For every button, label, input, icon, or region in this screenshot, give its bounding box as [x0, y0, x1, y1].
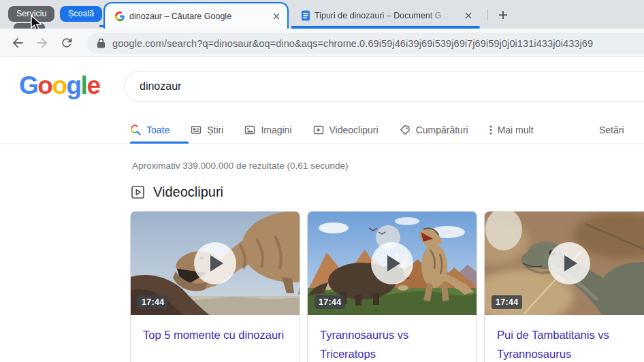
- video-card[interactable]: 17:44 Top 5 momente cu dinozauri: [130, 211, 300, 362]
- video-icon: [313, 125, 324, 135]
- nav-tab-label: Mai mult: [498, 125, 534, 135]
- images-icon: [244, 125, 255, 135]
- tab-title: dinozaur – Căutare Google: [129, 12, 266, 21]
- video-card[interactable]: 17:44 Pui de Tambatitanis vs Tyrannosaur…: [484, 211, 644, 362]
- video-thumbnail-trex-vs-triceratops[interactable]: 17:44: [308, 212, 477, 315]
- news-icon: [191, 125, 202, 135]
- search-icon: [130, 125, 141, 135]
- google-logo[interactable]: Google: [19, 71, 99, 100]
- nav-tab-label: Setări: [599, 125, 624, 135]
- shopping-tag-icon: [400, 125, 410, 135]
- browser-window: Serviciu Școală dinozaur – Căutare Googl…: [0, 0, 644, 362]
- forward-button[interactable]: [33, 33, 52, 52]
- video-title-link[interactable]: Top 5 momente cu dinozauri: [131, 315, 300, 344]
- active-tab-underline: [130, 142, 189, 144]
- video-duration: 17:44: [315, 295, 345, 309]
- more-dots-icon: [489, 125, 492, 135]
- logo-letter: o: [52, 71, 66, 99]
- logo-letter: e: [86, 71, 99, 99]
- video-thumbnail-carnotaurus[interactable]: 17:44: [131, 212, 300, 315]
- play-button[interactable]: [371, 242, 413, 284]
- video-duration: 17:44: [138, 295, 168, 309]
- url-text: google.com/search?q=dinosaur&oq=dino&aqs…: [112, 38, 593, 49]
- google-favicon-icon: [114, 11, 125, 22]
- nav-tab-stiri[interactable]: Știri: [191, 125, 223, 135]
- video-title-link[interactable]: Tyrannosaurus vs Triceratops: [308, 315, 477, 362]
- tab-tipuri-de-dinozauri[interactable]: Tipuri de dinozauri – Document G: [293, 4, 478, 27]
- new-tab-button[interactable]: [494, 6, 512, 24]
- close-tab-icon[interactable]: [462, 10, 474, 21]
- tab-strip: Serviciu Școală dinozaur – Căutare Googl…: [0, 0, 644, 29]
- videos-section-title: Videoclipuri: [153, 184, 223, 200]
- search-query-text: dinozaur: [140, 80, 181, 93]
- play-button[interactable]: [194, 242, 236, 284]
- logo-letter: G: [19, 71, 37, 99]
- nav-tab-cumparaturi[interactable]: Cumpărături: [400, 125, 468, 135]
- video-duration: 17:44: [492, 295, 522, 309]
- tab-dinozaur-search[interactable]: dinozaur – Căutare Google: [103, 2, 289, 29]
- nav-tab-imagini[interactable]: Imagini: [244, 125, 291, 135]
- video-thumbnail-baby-dinosaur[interactable]: 17:44: [485, 212, 644, 315]
- nav-setari[interactable]: Setări: [599, 116, 624, 144]
- close-tab-icon[interactable]: [270, 10, 282, 22]
- video-title-link[interactable]: Pui de Tambatitanis vs Tyrannosaurus: [485, 315, 644, 362]
- video-cards-row: 17:44 Top 5 momente cu dinozauri: [130, 211, 644, 362]
- nav-tab-toate[interactable]: Toate: [130, 125, 170, 135]
- nav-tab-videoclipuri[interactable]: Videoclipuri: [313, 125, 379, 135]
- nav-tab-mai-mult[interactable]: Mai mult: [489, 125, 534, 135]
- nav-tab-label: Videoclipuri: [329, 125, 379, 135]
- mouse-cursor: [30, 15, 42, 34]
- nav-tab-label: Cumpărături: [416, 125, 468, 135]
- videos-section-header: Videoclipuri: [131, 184, 223, 200]
- tab-title: Tipuri de dinozauri – Document G: [315, 11, 458, 20]
- google-docs-icon: [301, 10, 310, 21]
- play-button[interactable]: [548, 242, 590, 284]
- address-bar[interactable]: google.com/search?q=dinosaur&oq=dino&aqs…: [87, 33, 644, 54]
- nav-tab-label: Imagini: [261, 125, 291, 135]
- result-stats: Aproximativ 339.000.000 de rezultate (0,…: [132, 161, 348, 171]
- logo-letter: o: [37, 71, 52, 99]
- logo-letter: g: [67, 71, 81, 99]
- lock-icon[interactable]: [97, 38, 106, 48]
- tab-separator: [487, 9, 488, 20]
- nav-tab-label: Știri: [207, 125, 223, 135]
- video-section-icon: [131, 185, 145, 199]
- tab-group-scoala[interactable]: Școală: [60, 6, 102, 22]
- reload-button[interactable]: [57, 33, 76, 52]
- video-card[interactable]: 17:44 Tyrannosaurus vs Triceratops: [307, 211, 477, 362]
- back-button[interactable]: [8, 33, 27, 52]
- search-input[interactable]: dinozaur: [124, 71, 644, 102]
- results-nav: Toate Știri Imagini Videoclipuri: [0, 116, 644, 144]
- nav-tab-label: Toate: [146, 125, 170, 135]
